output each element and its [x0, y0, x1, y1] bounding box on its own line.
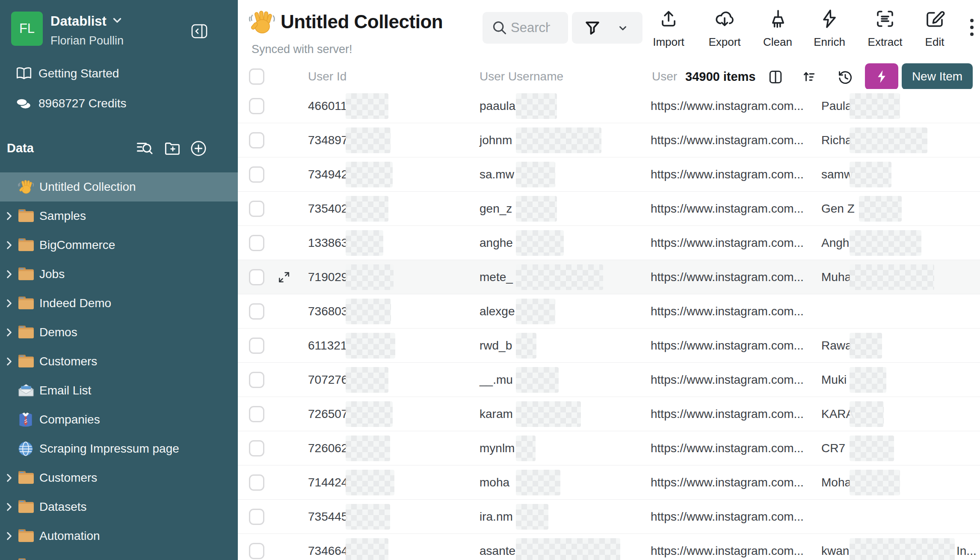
row-checkbox[interactable] — [249, 440, 264, 456]
edit-button[interactable]: Edit — [911, 7, 958, 50]
cell-full-name: Angh — [821, 226, 849, 260]
row-checkbox[interactable] — [249, 543, 264, 559]
table-row[interactable]: 734942sa.mwhttps://www.instagram.com...s… — [238, 157, 980, 192]
cell-username: johnm — [480, 123, 512, 157]
table-row[interactable]: 736803alexgehttps://www.instagram.com... — [238, 294, 980, 329]
sidebar-item-label: Datasets — [39, 492, 87, 521]
table-row[interactable]: 735402gen_zhttps://www.instagram.com...G… — [238, 192, 980, 226]
import-button[interactable]: Import — [645, 7, 692, 50]
sidebar-item-demos[interactable]: Demos — [0, 318, 238, 347]
table-row[interactable]: 719029mete_https://www.instagram.com...M… — [238, 260, 980, 294]
cell-user-id: 734942 — [308, 157, 348, 192]
cell-user-id: 734664 — [308, 534, 348, 560]
sidebar-nav-getting-started[interactable]: Getting Started — [0, 60, 238, 87]
row-checkbox[interactable] — [249, 406, 264, 422]
row-checkbox[interactable] — [249, 509, 264, 525]
sort-ascending-icon[interactable] — [802, 70, 817, 84]
table-row[interactable]: 466011paaulahttps://www.instagram.com...… — [238, 89, 980, 123]
sidebar-item-indeed-demo[interactable]: Indeed Demo — [0, 289, 238, 318]
column-header-user-id[interactable]: User Id — [308, 64, 346, 89]
sidebar-nav-label: Getting Started — [38, 67, 119, 80]
enrich-button[interactable]: Enrich — [806, 7, 853, 50]
table-row[interactable]: 734897johnmhttps://www.instagram.com...R… — [238, 123, 980, 157]
clean-button[interactable]: Clean — [754, 7, 801, 50]
cell-profile-url: https://www.instagram.com... — [651, 397, 804, 431]
table-row[interactable]: 735445ira.nmhttps://www.instagram.com... — [238, 500, 980, 534]
row-checkbox[interactable] — [249, 201, 264, 217]
export-button[interactable]: Export — [701, 7, 748, 50]
chevron-right-icon[interactable] — [4, 298, 14, 308]
sidebar-item-customers[interactable]: Customers — [0, 463, 238, 492]
table-row[interactable]: 707276__.muhttps://www.instagram.com...M… — [238, 363, 980, 397]
row-checkbox[interactable] — [249, 132, 264, 148]
chevron-right-icon[interactable] — [4, 240, 14, 250]
column-header-user[interactable]: User — [652, 64, 677, 89]
row-checkbox[interactable] — [249, 372, 264, 388]
new-item-button[interactable]: New Item — [902, 63, 973, 90]
chevron-right-icon[interactable] — [4, 211, 14, 221]
row-checkbox[interactable] — [249, 474, 264, 491]
sidebar-item-samples[interactable]: Samples — [0, 201, 238, 231]
table-row[interactable]: 734664asantehttps://www.instagram.com...… — [238, 534, 980, 560]
redacted-blur — [346, 264, 394, 290]
chevron-right-icon[interactable] — [4, 327, 14, 338]
sidebar-nav-label: 8968727 Credits — [38, 97, 126, 110]
filter-button[interactable] — [572, 12, 642, 44]
expand-item-icon[interactable] — [277, 270, 291, 284]
plus-circle-icon[interactable] — [190, 140, 207, 157]
workspace-switcher[interactable]: Datablist — [50, 14, 123, 29]
row-checkbox[interactable] — [249, 269, 264, 285]
redacted-blur — [346, 162, 393, 187]
table-row[interactable]: 133863anghehttps://www.instagram.com...A… — [238, 226, 980, 260]
column-header-user-username[interactable]: User Username — [480, 64, 563, 89]
sidebar-item-companies[interactable]: Companies — [0, 405, 238, 434]
select-all-checkbox[interactable] — [249, 68, 264, 85]
table-row[interactable]: 714424mohahttps://www.instagram.com...Mo… — [238, 465, 980, 500]
redacted-blur — [346, 196, 388, 222]
cell-full-name: Gen Z — [821, 192, 855, 226]
workspace-avatar[interactable]: FL — [11, 12, 43, 46]
folder-plus-icon[interactable] — [164, 140, 181, 157]
redacted-blur — [850, 230, 921, 256]
sidebar-item-bigcommerce[interactable]: BigCommerce — [0, 231, 238, 260]
sidebar-item-hidden[interactable] — [0, 551, 238, 560]
chevron-right-icon[interactable] — [4, 269, 14, 279]
redacted-blur — [346, 470, 394, 495]
search-input[interactable]: Search — [483, 12, 568, 44]
row-checkbox[interactable] — [249, 235, 264, 251]
split-columns-icon[interactable] — [768, 70, 783, 84]
search-list-icon[interactable] — [136, 140, 153, 157]
row-checkbox[interactable] — [249, 338, 264, 354]
redacted-blur — [346, 504, 390, 530]
cell-user-id: 714424 — [308, 465, 348, 500]
kebab-menu-icon[interactable] — [965, 15, 979, 40]
sidebar-nav-8968727-credits[interactable]: 8968727 Credits — [0, 90, 238, 117]
sidebar-item-jobs[interactable]: Jobs — [0, 260, 238, 289]
magic-enrich-button[interactable] — [865, 63, 898, 90]
table-row[interactable]: 726507karamhttps://www.instagram.com...K… — [238, 397, 980, 431]
sidebar-item-automation[interactable]: Automation — [0, 521, 238, 551]
chevron-right-icon[interactable] — [4, 531, 14, 541]
sidebar-item-datasets[interactable]: Datasets — [0, 492, 238, 521]
cell-profile-url: https://www.instagram.com... — [651, 226, 804, 260]
sidebar-item-scraping-impressum-page[interactable]: Scraping Impressum page — [0, 434, 238, 463]
cell-username: moha — [480, 465, 509, 500]
panel-collapse-icon[interactable] — [191, 24, 207, 39]
row-checkbox[interactable] — [249, 98, 264, 114]
chevron-right-icon[interactable] — [4, 356, 14, 367]
chevron-right-icon[interactable] — [4, 502, 14, 512]
extract-button[interactable]: Extract — [862, 7, 909, 50]
cell-full-name: Muha — [821, 260, 851, 294]
row-checkbox[interactable] — [249, 166, 264, 183]
sidebar-item-customers[interactable]: Customers — [0, 347, 238, 376]
sidebar-item-email-list[interactable]: Email List — [0, 376, 238, 405]
sidebar-item-untitled-collection[interactable]: Untitled Collection — [0, 172, 238, 201]
broom-icon — [767, 9, 788, 29]
history-icon[interactable] — [838, 70, 852, 84]
table-row[interactable]: 726062mynlmhttps://www.instagram.com...C… — [238, 431, 980, 465]
cell-user-id: 719029 — [308, 260, 348, 294]
cell-profile-url: https://www.instagram.com... — [651, 294, 804, 329]
table-row[interactable]: 611321rwd_bhttps://www.instagram.com...R… — [238, 329, 980, 363]
row-checkbox[interactable] — [249, 303, 264, 320]
chevron-right-icon[interactable] — [4, 473, 14, 483]
